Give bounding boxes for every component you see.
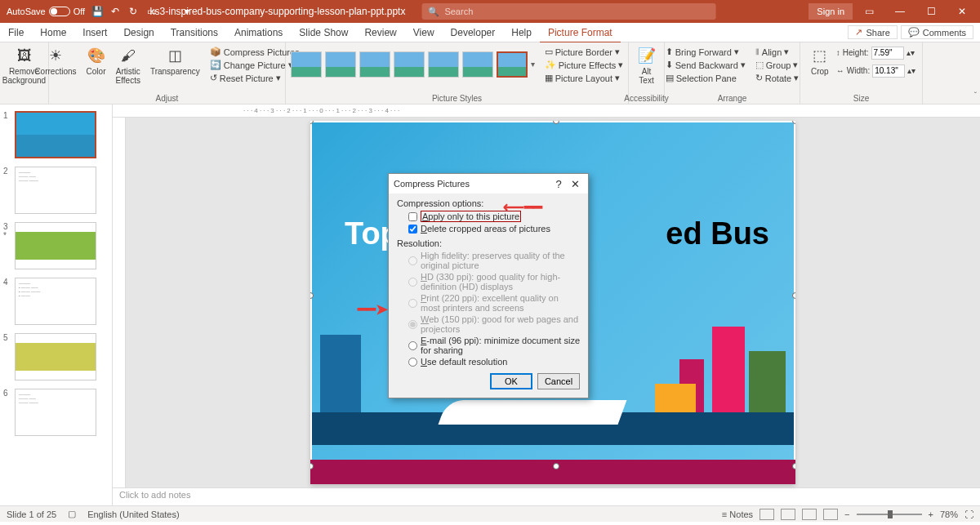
menu-bar: File Home Insert Design Transitions Anim… bbox=[0, 23, 980, 42]
dialog-close-icon[interactable]: ✕ bbox=[567, 178, 583, 190]
minimize-icon[interactable]: — bbox=[885, 0, 915, 23]
sorter-view-icon[interactable] bbox=[781, 509, 795, 520]
picture-layout-button[interactable]: ▦ Picture Layout ▾ bbox=[541, 72, 627, 84]
alt-text-button[interactable]: 📝Alt Text bbox=[634, 44, 660, 87]
adjust-label: Adjust bbox=[156, 94, 179, 103]
arrange-label: Arrange bbox=[718, 94, 747, 103]
slide-thumb-4[interactable]: ─────• ──── ───• ──── ────• ──── bbox=[15, 278, 96, 325]
style-thumb[interactable] bbox=[394, 51, 425, 78]
slide-thumb-5[interactable] bbox=[15, 333, 96, 380]
slide-thumb-2[interactable]: ───────── ─────── ──── bbox=[15, 167, 96, 214]
notes-button[interactable]: ≡ Notes bbox=[722, 509, 753, 519]
styles-label: Picture Styles bbox=[432, 94, 482, 103]
slide-thumb-6[interactable]: ───────── ─────── ──── bbox=[15, 389, 96, 436]
reading-view-icon[interactable] bbox=[802, 509, 817, 520]
menu-picture-format[interactable]: Picture Format bbox=[540, 24, 621, 43]
undo-icon[interactable]: ↶ bbox=[109, 6, 121, 17]
apply-only-checkbox[interactable]: Apply only to this picture bbox=[408, 211, 580, 222]
menu-developer[interactable]: Developer bbox=[443, 23, 504, 42]
email-radio[interactable]: E-mail (96 ppi): minimize document size … bbox=[408, 336, 580, 355]
menu-home[interactable]: Home bbox=[32, 23, 74, 42]
rotate-button[interactable]: ↻ Rotate ▾ bbox=[752, 72, 802, 84]
ruler-vertical bbox=[113, 118, 126, 487]
transparency-icon: ◫ bbox=[165, 46, 185, 65]
delete-cropped-checkbox[interactable]: Delete cropped areas of pictures bbox=[408, 224, 580, 234]
picture-effects-button[interactable]: ✨ Picture Effects ▾ bbox=[541, 59, 627, 71]
ok-button[interactable]: OK bbox=[490, 373, 532, 389]
style-thumb[interactable] bbox=[325, 51, 356, 78]
zoom-level[interactable]: 78% bbox=[940, 509, 958, 519]
slide-thumb-1[interactable] bbox=[15, 111, 96, 158]
redo-icon[interactable]: ↻ bbox=[127, 6, 139, 17]
slide-panel[interactable]: 1 2───────── ─────── ──── 3* 4─────• ───… bbox=[0, 105, 113, 505]
spinner-icon[interactable]: ▴▾ bbox=[907, 66, 915, 75]
zoom-slider[interactable] bbox=[857, 514, 922, 515]
hifi-radio: High fidelity: preserves quality of the … bbox=[408, 251, 580, 270]
comments-button[interactable]: 💬Comments bbox=[901, 25, 973, 39]
ribbon: 🖼 Remove Background ☀Corrections 🎨Color … bbox=[0, 42, 980, 105]
signin-button[interactable]: Sign in bbox=[808, 3, 853, 20]
notes-area[interactable]: Click to add notes bbox=[113, 487, 980, 505]
autosave-toggle[interactable]: AutoSave Off bbox=[7, 7, 85, 16]
search-box[interactable]: 🔍 bbox=[421, 3, 715, 20]
slide-thumb-3[interactable] bbox=[15, 222, 96, 269]
menu-slideshow[interactable]: Slide Show bbox=[291, 23, 356, 42]
send-backward-button[interactable]: ⬇ Send Backward ▾ bbox=[662, 59, 749, 71]
color-button[interactable]: 🎨Color bbox=[83, 44, 109, 87]
spinner-icon[interactable]: ▴▾ bbox=[906, 48, 915, 57]
crop-button[interactable]: ⬚Crop bbox=[807, 44, 833, 78]
resolution-label: Resolution: bbox=[397, 238, 580, 248]
width-input[interactable] bbox=[872, 65, 905, 78]
style-thumb[interactable] bbox=[359, 51, 390, 78]
search-input[interactable] bbox=[444, 7, 709, 16]
zoom-out-icon[interactable]: − bbox=[844, 509, 849, 519]
style-thumb[interactable] bbox=[462, 51, 493, 78]
style-thumb[interactable] bbox=[497, 51, 528, 78]
normal-view-icon[interactable] bbox=[760, 509, 774, 520]
collapse-ribbon-icon[interactable]: ˇ bbox=[974, 91, 977, 100]
transparency-button[interactable]: ◫Transparency bbox=[147, 44, 203, 87]
zoom-in-icon[interactable]: + bbox=[929, 509, 933, 519]
menu-transitions[interactable]: Transitions bbox=[163, 23, 226, 42]
menu-help[interactable]: Help bbox=[503, 23, 540, 42]
default-radio[interactable]: Use default resolution bbox=[408, 357, 580, 367]
alt-text-icon: 📝 bbox=[637, 46, 657, 65]
language-status[interactable]: English (United States) bbox=[87, 509, 180, 519]
selection-pane-button[interactable]: ▤ Selection Pane bbox=[662, 72, 749, 84]
web-radio: Web (150 ppi): good for web pages and pr… bbox=[408, 314, 580, 334]
gallery-more-icon[interactable]: ▾ bbox=[531, 60, 535, 69]
bring-forward-button[interactable]: ⬆ Bring Forward ▾ bbox=[662, 46, 749, 58]
dialog-title: Compress Pictures bbox=[394, 179, 550, 189]
fit-window-icon[interactable]: ⛶ bbox=[964, 509, 973, 519]
picture-border-button[interactable]: ▭ Picture Border ▾ bbox=[541, 46, 627, 58]
artistic-icon: 🖌 bbox=[118, 46, 138, 65]
accessibility-label: Accessibility bbox=[624, 94, 668, 103]
hd-radio: HD (330 ppi): good quality for high-defi… bbox=[408, 272, 580, 291]
cancel-button[interactable]: Cancel bbox=[537, 373, 580, 389]
menu-file[interactable]: File bbox=[0, 23, 32, 42]
arrow-annotation: ━━➤ bbox=[358, 300, 388, 318]
corrections-button[interactable]: ☀Corrections bbox=[31, 44, 79, 87]
slide-counter[interactable]: Slide 1 of 25 bbox=[7, 509, 56, 519]
arrow-annotation: ⟵━━ bbox=[503, 198, 542, 216]
save-icon[interactable]: 💾 bbox=[91, 6, 103, 17]
align-button[interactable]: ⫴ Align ▾ bbox=[752, 46, 802, 58]
height-input[interactable] bbox=[871, 47, 904, 60]
slideshow-view-icon[interactable] bbox=[823, 509, 838, 520]
maximize-icon[interactable]: ☐ bbox=[916, 0, 946, 23]
menu-design[interactable]: Design bbox=[115, 23, 162, 42]
menu-view[interactable]: View bbox=[405, 23, 443, 42]
menu-review[interactable]: Review bbox=[356, 23, 404, 42]
style-thumb[interactable] bbox=[291, 51, 322, 78]
accessibility-status-icon[interactable]: ▢ bbox=[68, 509, 76, 519]
group-button[interactable]: ⬚ Group ▾ bbox=[752, 59, 802, 71]
dialog-help-icon[interactable]: ? bbox=[550, 178, 567, 190]
menu-animations[interactable]: Animations bbox=[226, 23, 291, 42]
share-button[interactable]: ↗Share bbox=[848, 25, 897, 39]
ribbon-options-icon[interactable]: ▭ bbox=[854, 0, 884, 23]
menu-insert[interactable]: Insert bbox=[74, 23, 115, 42]
artistic-effects-button[interactable]: 🖌Artistic Effects bbox=[113, 44, 144, 87]
close-icon[interactable]: ✕ bbox=[947, 0, 977, 23]
picture-styles-gallery[interactable]: ▾ bbox=[287, 48, 538, 81]
style-thumb[interactable] bbox=[428, 51, 459, 78]
